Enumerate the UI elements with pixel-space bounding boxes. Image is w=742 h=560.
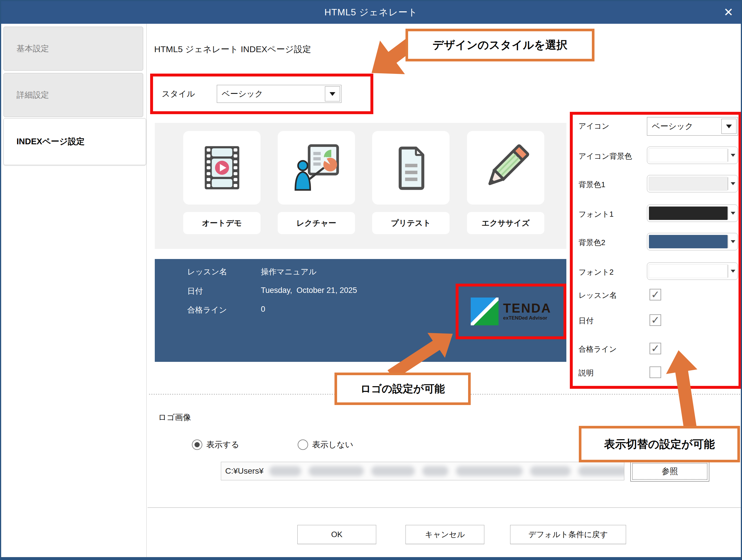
card-pretest (372, 131, 449, 205)
lesson-name-value: 操作マニュアル (261, 267, 317, 277)
icon-style-label: アイコン (579, 121, 609, 131)
show-pass-line-checkbox[interactable]: ✓ (649, 343, 661, 354)
bg-color2-label: 背景色2 (579, 237, 605, 248)
icon-style-dropdown[interactable]: ベーシック (647, 117, 738, 135)
ok-button-label: OK (331, 530, 342, 539)
font2-label: フォント2 (579, 267, 614, 277)
show-date-label: 日付 (579, 316, 594, 326)
check-icon: ✓ (651, 343, 660, 354)
redacted-path-text (269, 466, 624, 476)
reset-default-button-label: デフォルト条件に戻す (528, 529, 608, 540)
logo-path-input[interactable]: C:¥Users¥ (221, 462, 624, 480)
page-title: HTML5 ジェネレート INDEXページ設定 (154, 44, 311, 55)
show-description-label: 説明 (579, 368, 594, 378)
icon-preview-panel: オートデモ レクチャー プリテスト エクササイズ (155, 123, 566, 249)
font1-dropdown[interactable] (647, 205, 738, 222)
logo-path-value: C:¥Users¥ (221, 466, 263, 476)
cancel-button-label: キャンセル (425, 529, 465, 540)
radio-hide-row: 表示しない (298, 439, 353, 450)
browse-button[interactable]: 参照 (630, 461, 709, 482)
callout-select-style: デザインのスタイルを選択 (406, 29, 594, 61)
callout-display-toggle: 表示切替の設定が可能 (579, 426, 740, 462)
check-icon: ✓ (651, 315, 660, 325)
bg-color1-label: 背景色1 (579, 180, 605, 190)
title-bar: HTML5 ジェネレート ✕ (1, 1, 741, 24)
font1-label: フォント1 (579, 209, 614, 219)
bg-color1-dropdown[interactable] (647, 175, 738, 192)
logo-subtitle: exTENDed Advisor (503, 315, 551, 321)
chevron-down-icon (731, 240, 735, 243)
logo-title: TENDA (503, 302, 551, 315)
preview-row: 日付 Tuesday, October 21, 2025 (187, 286, 357, 296)
filmstrip-play-icon (195, 141, 249, 195)
show-pass-line-label: 合格ライン (579, 344, 617, 354)
logo-highlight-box: TENDA exTENDed Advisor (456, 284, 566, 339)
lesson-name-label: レッスン名 (187, 267, 261, 277)
pass-line-value: 0 (261, 305, 265, 315)
show-date-checkbox[interactable]: ✓ (649, 314, 661, 326)
tenda-logo-text: TENDA exTENDed Advisor (503, 302, 551, 321)
color-swatch (649, 148, 728, 162)
radio-show-row: 表示する (192, 439, 239, 450)
tenda-logo-icon (471, 297, 498, 325)
dropdown-button[interactable] (728, 265, 738, 278)
color-swatch (649, 206, 728, 220)
dropdown-button[interactable] (728, 177, 738, 190)
chevron-down-icon (726, 124, 732, 128)
dropdown-button[interactable] (728, 149, 738, 162)
card-lecture (278, 131, 355, 205)
bg-color2-dropdown[interactable] (647, 233, 738, 250)
dropdown-button[interactable] (722, 119, 737, 134)
cancel-button[interactable]: キャンセル (406, 525, 484, 544)
card-label-lecture: レクチャー (278, 212, 355, 234)
date-value: Tuesday, October 21, 2025 (261, 286, 357, 296)
radio-hide-label: 表示しない (312, 439, 353, 450)
dropdown-button[interactable] (728, 235, 738, 248)
color-swatch (649, 235, 728, 248)
preview-row: レッスン名 操作マニュアル (187, 267, 317, 277)
ok-button[interactable]: OK (298, 525, 376, 544)
dropdown-button[interactable] (728, 207, 738, 220)
document-icon (386, 143, 436, 192)
tab-index-page-settings[interactable]: INDEXページ設定 (3, 118, 146, 165)
chevron-down-icon (731, 212, 735, 215)
radio-selected-dot (195, 442, 200, 447)
card-autodemo (183, 131, 261, 205)
show-lesson-name-label: レッスン名 (579, 290, 617, 300)
browse-button-label: 参照 (662, 466, 678, 477)
reset-default-button[interactable]: デフォルト条件に戻す (510, 525, 626, 544)
color-swatch (649, 177, 728, 190)
footer-separator (148, 507, 742, 508)
tab-basic-settings[interactable]: 基本設定 (3, 26, 143, 71)
dropdown-button[interactable] (325, 86, 340, 101)
close-icon[interactable]: ✕ (724, 6, 733, 18)
icon-bg-color-label: アイコン背景色 (579, 151, 632, 161)
style-label: スタイル (162, 89, 217, 99)
callout-logo-setting: ロゴの設定が可能 (334, 373, 471, 405)
pass-line-label: 合格ライン (187, 305, 261, 315)
icon-bg-color-dropdown[interactable] (647, 147, 738, 164)
font2-dropdown[interactable] (647, 263, 738, 280)
show-lesson-name-checkbox[interactable]: ✓ (649, 289, 661, 300)
window-title: HTML5 ジェネレート (324, 6, 418, 19)
radio-hide[interactable] (298, 440, 308, 450)
color-swatch (649, 264, 728, 278)
date-label: 日付 (187, 286, 261, 296)
card-label-autodemo: オートデモ (183, 212, 261, 234)
callout-text: デザインのスタイルを選択 (433, 38, 568, 52)
chevron-down-icon (329, 92, 335, 96)
check-icon: ✓ (651, 289, 660, 300)
tab-label: 詳細設定 (16, 90, 49, 101)
pencil-icon (479, 141, 533, 195)
preview-row: 合格ライン 0 (187, 305, 265, 315)
card-label-exercise: エクササイズ (467, 212, 544, 234)
card-label-pretest: プリテスト (372, 212, 449, 234)
icon-style-value: ベーシック (647, 121, 693, 132)
sidebar: 基本設定 詳細設定 INDEXページ設定 (1, 24, 147, 557)
show-description-checkbox[interactable] (649, 367, 661, 378)
tab-label: INDEXページ設定 (16, 136, 85, 148)
callout-text: ロゴの設定が可能 (360, 382, 444, 396)
style-dropdown[interactable]: ベーシック (217, 85, 341, 103)
tab-detail-settings[interactable]: 詳細設定 (3, 73, 143, 117)
radio-show[interactable] (192, 440, 202, 450)
